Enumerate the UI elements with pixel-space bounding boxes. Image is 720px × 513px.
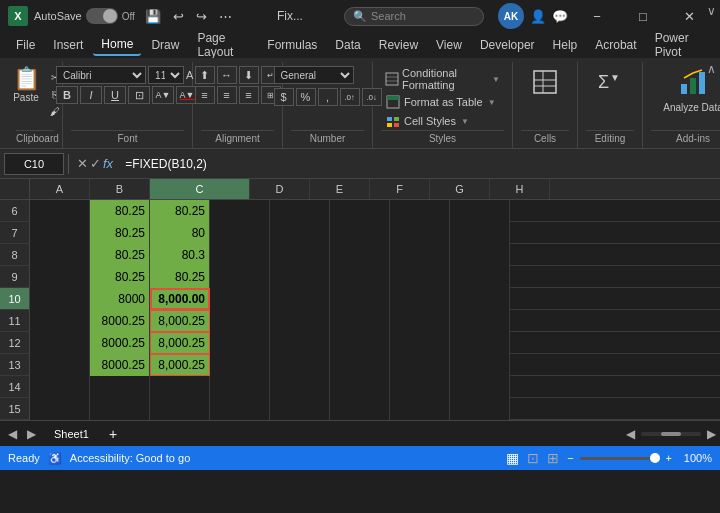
row-header-11[interactable]: 11: [0, 310, 29, 332]
cell-h12[interactable]: [450, 332, 510, 354]
menu-draw[interactable]: Draw: [143, 35, 187, 55]
clipboard-paste-button[interactable]: 📋 Paste: [8, 66, 44, 105]
align-right-button[interactable]: ≡: [239, 86, 259, 104]
cell-e8[interactable]: [270, 244, 330, 266]
col-header-f[interactable]: F: [370, 179, 430, 199]
cell-styles-button[interactable]: Cell Styles ▼: [381, 112, 504, 130]
row-header-8[interactable]: 8: [0, 244, 29, 266]
col-header-h[interactable]: H: [490, 179, 550, 199]
zoom-plus-button[interactable]: +: [666, 452, 672, 464]
cell-e14[interactable]: [270, 376, 330, 398]
cell-d11[interactable]: [210, 310, 270, 332]
menu-page-layout[interactable]: Page Layout: [189, 28, 257, 62]
cell-c10[interactable]: 8,000.00: [150, 288, 210, 310]
col-header-a[interactable]: A: [30, 179, 90, 199]
cell-c8[interactable]: 80.3: [150, 244, 210, 266]
menu-review[interactable]: Review: [371, 35, 426, 55]
formula-expand-button[interactable]: ∨: [707, 4, 716, 18]
autosave-toggle[interactable]: [86, 8, 118, 24]
cell-e13[interactable]: [270, 354, 330, 376]
cell-h8[interactable]: [450, 244, 510, 266]
menu-home[interactable]: Home: [93, 34, 141, 56]
row-header-10[interactable]: 10: [0, 288, 29, 310]
cell-e6[interactable]: [270, 200, 330, 222]
currency-button[interactable]: $: [274, 88, 294, 106]
cell-g13[interactable]: [390, 354, 450, 376]
cell-d7[interactable]: [210, 222, 270, 244]
cell-b10[interactable]: 8000: [90, 288, 150, 310]
align-middle-button[interactable]: ↔: [217, 66, 237, 84]
cell-e7[interactable]: [270, 222, 330, 244]
cell-f6[interactable]: [330, 200, 390, 222]
row-header-14[interactable]: 14: [0, 376, 29, 398]
align-top-button[interactable]: ⬆: [195, 66, 215, 84]
formula-cancel-icon[interactable]: ✕: [77, 156, 88, 171]
align-left-button[interactable]: ≡: [195, 86, 215, 104]
cell-f9[interactable]: [330, 266, 390, 288]
fill-color-button[interactable]: A▼: [152, 86, 174, 104]
cell-g12[interactable]: [390, 332, 450, 354]
page-layout-view-icon[interactable]: ⊡: [525, 448, 541, 468]
align-center-button[interactable]: ≡: [217, 86, 237, 104]
bold-button[interactable]: B: [56, 86, 78, 104]
cell-h6[interactable]: [450, 200, 510, 222]
cell-c7[interactable]: 80: [150, 222, 210, 244]
cell-g11[interactable]: [390, 310, 450, 332]
col-header-g[interactable]: G: [430, 179, 490, 199]
cell-h7[interactable]: [450, 222, 510, 244]
formula-fx-icon[interactable]: fx: [103, 156, 113, 171]
menu-power-pivot[interactable]: Power Pivot: [647, 28, 712, 62]
cell-a7[interactable]: [30, 222, 90, 244]
cell-g14[interactable]: [390, 376, 450, 398]
cell-g9[interactable]: [390, 266, 450, 288]
cell-a8[interactable]: [30, 244, 90, 266]
cell-b9[interactable]: 80.25: [90, 266, 150, 288]
cell-g8[interactable]: [390, 244, 450, 266]
more-icon[interactable]: ⋯: [215, 7, 236, 26]
row-header-12[interactable]: 12: [0, 332, 29, 354]
row-header-9[interactable]: 9: [0, 266, 29, 288]
cell-c12[interactable]: 8,000.25: [150, 332, 210, 354]
cell-a11[interactable]: [30, 310, 90, 332]
menu-file[interactable]: File: [8, 35, 43, 55]
cell-c14[interactable]: [150, 376, 210, 398]
cell-e9[interactable]: [270, 266, 330, 288]
cell-f13[interactable]: [330, 354, 390, 376]
scroll-left-icon[interactable]: ◀: [626, 427, 635, 441]
comment-icon[interactable]: 💬: [552, 9, 568, 24]
avatar[interactable]: AK: [498, 3, 524, 29]
cell-e15[interactable]: [270, 398, 330, 420]
cell-d6[interactable]: [210, 200, 270, 222]
page-break-view-icon[interactable]: ⊞: [545, 448, 561, 468]
number-format-select[interactable]: General: [274, 66, 354, 84]
cell-a10[interactable]: [30, 288, 90, 310]
cell-b8[interactable]: 80.25: [90, 244, 150, 266]
cell-c11[interactable]: 8,000.25: [150, 310, 210, 332]
font-size-select[interactable]: 11: [148, 66, 184, 84]
menu-formulas[interactable]: Formulas: [259, 35, 325, 55]
cell-d9[interactable]: [210, 266, 270, 288]
cell-d12[interactable]: [210, 332, 270, 354]
cell-c15[interactable]: [150, 398, 210, 420]
cell-a13[interactable]: [30, 354, 90, 376]
cell-h13[interactable]: [450, 354, 510, 376]
undo-icon[interactable]: ↩: [169, 7, 188, 26]
cell-f10[interactable]: [330, 288, 390, 310]
cell-g15[interactable]: [390, 398, 450, 420]
cell-e10[interactable]: [270, 288, 330, 310]
percent-button[interactable]: %: [296, 88, 316, 106]
cell-h15[interactable]: [450, 398, 510, 420]
scroll-right-icon[interactable]: ▶: [707, 427, 716, 441]
underline-button[interactable]: U: [104, 86, 126, 104]
cell-b7[interactable]: 80.25: [90, 222, 150, 244]
search-box[interactable]: 🔍 Search: [344, 7, 484, 26]
cell-d15[interactable]: [210, 398, 270, 420]
normal-view-icon[interactable]: ▦: [504, 448, 521, 468]
cell-h14[interactable]: [450, 376, 510, 398]
col-header-d[interactable]: D: [250, 179, 310, 199]
sheet-tab-sheet1[interactable]: Sheet1: [42, 424, 101, 444]
cell-d8[interactable]: [210, 244, 270, 266]
cell-f12[interactable]: [330, 332, 390, 354]
menu-view[interactable]: View: [428, 35, 470, 55]
cell-f11[interactable]: [330, 310, 390, 332]
